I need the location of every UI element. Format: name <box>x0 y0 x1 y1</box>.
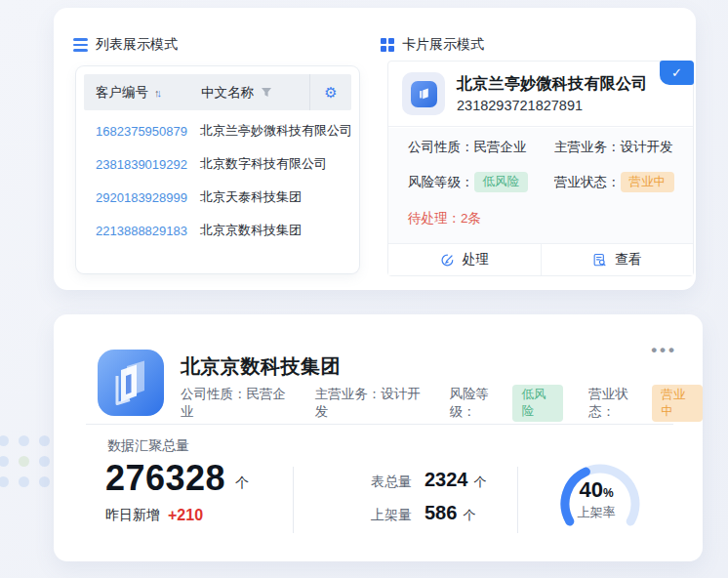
customer-name: 北京数字科技有限公司 <box>200 155 327 173</box>
listing-rate-gauge: 40% 上架率 <box>549 463 651 545</box>
table-total-label: 表总量 <box>371 474 425 491</box>
grid-icon <box>381 38 394 52</box>
table-body: 1682375950879 北京兰亭妙微科技有限公司 2381839019292… <box>76 114 359 247</box>
book-icon <box>416 86 432 102</box>
company-detail-card: 北京京数科技集团 ••• 公司性质：民营企业 主营业务：设计开发 风险等级： 低… <box>54 314 703 561</box>
yesterday-increase: 昨日新增 +210 <box>105 507 203 524</box>
edit-icon <box>440 253 455 268</box>
pending-count: 待处理：2条 <box>408 210 481 227</box>
yesterday-label: 昨日新增 <box>105 507 160 524</box>
total-data-value-row: 276328 个 <box>105 459 249 498</box>
customer-name: 北京京数科技集团 <box>200 222 302 239</box>
customer-id-link[interactable]: 2920183928999 <box>96 190 200 205</box>
column-name: 中文名称 <box>201 84 309 102</box>
ellipsis-icon: ••• <box>651 341 677 359</box>
column-name-label: 中文名称 <box>201 84 254 102</box>
detail-meta-row: 公司性质：民营企业 主营业务：设计开发 风险等级： 低风险 营业状态： 营业中 <box>181 385 703 422</box>
customer-name: 北京兰亭妙微科技有限公司 <box>200 122 352 140</box>
table-total-stat: 表总量 2324 个 <box>371 469 487 491</box>
rate-unit: % <box>603 486 614 500</box>
field-value: 民营企业 <box>474 139 527 156</box>
field-value: 设计开发 <box>621 139 673 156</box>
company-id: 2318293721827891 <box>457 98 648 113</box>
filter-icon[interactable] <box>261 87 272 98</box>
company-badges-row: 风险等级： 低风险 营业状态： 营业中 <box>408 172 685 192</box>
field-label: 风险等级： <box>408 174 474 191</box>
table-row[interactable]: 1682375950879 北京兰亭妙微科技有限公司 <box>76 114 359 147</box>
status-badge: 营业中 <box>652 385 703 422</box>
customer-id-link[interactable]: 2381839019292 <box>96 157 200 172</box>
gear-icon[interactable]: ⚙ <box>324 85 337 100</box>
view-button[interactable]: 查看 <box>541 244 694 275</box>
vertical-divider <box>293 467 294 533</box>
status-badge: 营业中 <box>621 172 675 192</box>
column-customer-id: 客户编号 ↑↓ <box>84 84 201 102</box>
yesterday-delta: +210 <box>168 507 203 524</box>
meta-risk-label: 风险等级： <box>449 386 508 421</box>
deco-dot <box>0 435 9 446</box>
table-row[interactable]: 2920183928999 北京天泰科技集团 <box>76 181 359 214</box>
rate-value: 40 <box>579 477 602 502</box>
meta-nature: 公司性质：民营企业 <box>181 386 290 421</box>
deco-dot <box>39 456 50 467</box>
detail-company-name: 北京京数科技集团 <box>181 353 341 380</box>
view-button-label: 查看 <box>615 251 641 268</box>
field-label: 公司性质： <box>408 139 474 156</box>
table-row[interactable]: 2381839019292 北京数字科技有限公司 <box>76 147 359 181</box>
view-document-icon <box>592 253 607 268</box>
column-customer-id-label: 客户编号 <box>96 84 148 102</box>
customer-name: 北京天泰科技集团 <box>200 188 302 206</box>
handle-button[interactable]: 处理 <box>388 244 541 275</box>
field-label: 主营业务： <box>554 139 621 156</box>
meta-status: 营业状态： 营业中 <box>588 385 703 422</box>
decorative-dot-grid <box>0 435 50 487</box>
deco-dot <box>39 476 50 487</box>
meta-status-label: 营业状态： <box>588 386 648 421</box>
customer-table: 客户编号 ↑↓ 中文名称 ⚙ 1682375950879 北京兰亭妙微科技有限公… <box>76 66 359 273</box>
company-card: ✓ 北京兰亭妙微科技有限公司 2318293721827891 <box>387 61 694 276</box>
listed-value: 586 <box>425 502 457 524</box>
deco-dot <box>19 476 29 487</box>
company-business-field: 主营业务： 设计开发 <box>554 139 673 156</box>
business-status-field: 营业状态： 营业中 <box>554 172 674 192</box>
handle-button-label: 处理 <box>463 251 489 268</box>
display-modes-card: 列表展示模式 客户编号 ↑↓ 中文名称 ⚙ 1682375950879 <box>54 8 696 290</box>
company-card-titles: 北京兰亭妙微科技有限公司 2318293721827891 <box>457 74 648 113</box>
risk-level-field: 风险等级： 低风险 <box>408 172 554 192</box>
list-mode-label: 列表展示模式 <box>96 36 178 54</box>
vertical-divider <box>517 467 518 533</box>
table-total-unit: 个 <box>474 474 487 491</box>
company-big-logo <box>98 350 164 416</box>
pending-value: 2条 <box>461 211 481 226</box>
deco-dot <box>0 476 9 487</box>
card-mode-title: 卡片展示模式 <box>381 36 484 54</box>
risk-badge: 低风险 <box>512 385 563 422</box>
more-menu-button[interactable]: ••• <box>651 342 677 358</box>
company-fields-row: 公司性质： 民营企业 主营业务： 设计开发 <box>408 139 685 156</box>
listed-label: 上架量 <box>371 507 425 524</box>
company-card-header: 北京兰亭妙微科技有限公司 2318293721827891 <box>388 62 693 127</box>
sort-icon[interactable]: ↑↓ <box>154 87 159 99</box>
page: 列表展示模式 客户编号 ↑↓ 中文名称 ⚙ 1682375950879 <box>0 0 728 578</box>
company-nature-field: 公司性质： 民营企业 <box>408 139 554 156</box>
meta-business: 主营业务：设计开发 <box>315 386 425 421</box>
deco-dot <box>39 435 50 446</box>
company-logo-icon <box>411 81 437 107</box>
rate-label: 上架率 <box>549 504 643 521</box>
table-header: 客户编号 ↑↓ 中文名称 ⚙ <box>84 74 351 110</box>
total-data-label: 数据汇聚总量 <box>107 437 189 455</box>
company-card-footer: 处理 查看 <box>388 243 693 275</box>
deco-dot <box>19 435 29 446</box>
risk-badge: 低风险 <box>474 172 529 192</box>
total-data-value: 276328 <box>105 459 225 498</box>
company-logo <box>402 72 445 115</box>
meta-risk: 风险等级： 低风险 <box>449 385 563 422</box>
field-label: 营业状态： <box>554 174 621 191</box>
customer-id-link[interactable]: 1682375950879 <box>96 124 200 139</box>
deco-dot <box>0 456 9 467</box>
table-total-value: 2324 <box>425 469 468 491</box>
table-row[interactable]: 2213888829183 北京京数科技集团 <box>76 214 359 247</box>
list-mode-title: 列表展示模式 <box>73 36 178 54</box>
listed-unit: 个 <box>463 507 475 524</box>
customer-id-link[interactable]: 2213888829183 <box>96 224 200 238</box>
